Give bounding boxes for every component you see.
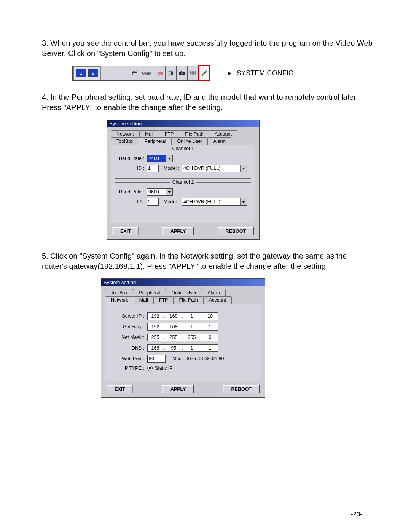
tab-network[interactable]: Network (111, 130, 140, 137)
tab-onlineuser[interactable]: Online User (171, 137, 208, 145)
ip-seg[interactable]: 1 (184, 345, 199, 351)
webport-input[interactable] (147, 355, 166, 363)
chevron-down-icon[interactable] (240, 198, 247, 205)
apply-button[interactable]: APPLY (162, 385, 194, 393)
contrast-icon[interactable] (165, 66, 176, 80)
channel2-fieldset: Channel 2 Baud Rate : 9600 ID : Model : (115, 182, 251, 212)
tab-network[interactable]: Network (105, 296, 134, 304)
exit-button[interactable]: EXIT (107, 385, 133, 393)
ip-seg[interactable]: 1 (184, 323, 199, 330)
ch2-model-label: Model : (161, 199, 179, 204)
svg-rect-7 (193, 71, 196, 73)
ip-seg[interactable]: 168 (166, 323, 181, 330)
svg-rect-5 (181, 71, 182, 72)
camera-icon[interactable] (176, 66, 187, 80)
tab-mail[interactable]: Mail (139, 130, 159, 137)
iptype-value: Static IP (155, 366, 173, 371)
gateway-input[interactable]: 192. 168. 1. 1 (147, 323, 218, 331)
ch1-model-value: 4CH DVR (FULL) (182, 165, 240, 172)
ch1-model-select[interactable]: 4CH DVR (FULL) (182, 165, 247, 172)
reboot-button[interactable]: REBOOT (218, 227, 254, 235)
monitor-2-icon[interactable]: 2 (88, 69, 98, 77)
system-config-icon[interactable] (198, 65, 210, 81)
iptype-label: IP TYPE : (112, 366, 147, 371)
tab-alarm[interactable]: Alarm (207, 137, 231, 145)
netmask-input[interactable]: 255. 255. 255. 0 (147, 334, 218, 341)
svg-rect-6 (190, 71, 193, 73)
ch1-baud-label: Baud Rate : (119, 156, 144, 161)
channel2-legend: Channel 2 (170, 179, 196, 185)
ch1-id-input[interactable] (147, 165, 159, 172)
ch2-baud-value: 9600 (147, 189, 166, 195)
monitor-1-icon[interactable]: 1 (76, 69, 86, 77)
dns-input[interactable]: 168. 95. 1. 1 (147, 344, 218, 352)
iptype-radio[interactable] (147, 366, 153, 371)
channel1-legend: Channel 1 (170, 146, 196, 151)
reboot-button[interactable]: REBOOT (223, 385, 260, 393)
svg-rect-9 (193, 73, 196, 75)
ch2-id-input[interactable] (147, 198, 159, 206)
ip-seg[interactable]: 192 (148, 323, 163, 330)
tab-ftp[interactable]: FTP (159, 130, 180, 137)
tab-ftp[interactable]: FTP (153, 296, 174, 304)
svg-rect-8 (190, 73, 193, 75)
monitor-buttons-group: 1 2 (73, 66, 101, 80)
dns-label: DNS : (112, 345, 147, 351)
tab-peripheral[interactable]: Peripheral (133, 289, 166, 296)
ip-seg[interactable]: 1 (184, 313, 199, 320)
ip-seg[interactable]: 168 (148, 345, 163, 351)
ch1-id-label: ID : (119, 166, 144, 171)
apply-button[interactable]: APPLY (162, 227, 194, 235)
system-config-label: SYSTEM CONFIG (237, 69, 294, 77)
mac-value: 00:0e:01:80:01:80 (186, 356, 224, 361)
tab-toolbox[interactable]: ToolBox (111, 137, 139, 145)
svg-point-4 (181, 72, 183, 75)
ip-seg[interactable]: 1 (202, 345, 218, 351)
high-button[interactable]: High (153, 66, 165, 80)
tab-account[interactable]: Account (209, 130, 237, 137)
ch1-model-label: Model : (161, 166, 179, 171)
step-5-text: 5. Click on "System Config" again. In th… (42, 251, 373, 272)
qvga-button[interactable]: Qvga (140, 66, 153, 80)
ip-seg[interactable]: 1 (202, 323, 218, 330)
ip-seg[interactable]: 95 (166, 345, 181, 351)
chevron-down-icon[interactable] (166, 189, 172, 195)
exit-button[interactable]: EXIT (112, 227, 139, 235)
arrow-icon (216, 73, 231, 73)
channel1-fieldset: Channel 1 Baud Rate : 2400 ID : Model : (115, 149, 251, 179)
chevron-down-icon[interactable] (166, 155, 172, 162)
tab-peripheral[interactable]: Peripheral (139, 137, 172, 145)
network-dialog: System setting ToolBox Peripheral Online… (101, 278, 265, 398)
serverip-input[interactable]: 192. 168. 1. 10 (147, 312, 218, 320)
ch2-model-select[interactable]: 4CH DVR (FULL) (182, 198, 247, 206)
tab-mail[interactable]: Mail (134, 296, 154, 304)
tab-toolbox[interactable]: ToolBox (105, 289, 133, 296)
serverip-label: Server IP : (112, 313, 147, 319)
ch2-baud-select[interactable]: 9600 (147, 188, 173, 196)
ch2-id-label: ID : (119, 199, 144, 204)
tab-alarm[interactable]: Alarm (202, 289, 226, 296)
netmask-label: Net Mask : (112, 335, 147, 340)
ip-seg[interactable]: 255 (148, 334, 163, 341)
ch2-model-value: 4CH DVR (FULL) (182, 198, 240, 205)
ip-seg[interactable]: 10 (202, 313, 218, 320)
gateway-label: Gateway : (112, 324, 147, 329)
ip-seg[interactable]: 192 (148, 313, 163, 320)
control-bar: 1 2 Qvga High (72, 66, 210, 81)
peripheral-dialog: System setting Network Mail FTP File Pat… (107, 120, 260, 240)
chevron-down-icon[interactable] (240, 165, 247, 172)
ip-seg[interactable]: 0 (202, 334, 218, 341)
dialog-title: System setting (101, 279, 265, 286)
grid-icon[interactable] (187, 66, 198, 80)
tab-account[interactable]: Account (203, 296, 232, 304)
tab-filepath[interactable]: File Path (173, 296, 203, 304)
ch2-baud-label: Baud Rate : (119, 189, 144, 195)
ch1-baud-select[interactable]: 2400 (147, 155, 173, 162)
printer-icon[interactable] (129, 66, 140, 80)
ip-seg[interactable]: 168 (166, 313, 181, 320)
dialog-title: System setting (107, 120, 259, 127)
tab-onlineuser[interactable]: Online User (166, 289, 202, 296)
ip-seg[interactable]: 255 (184, 334, 199, 341)
tab-filepath[interactable]: File Path (179, 130, 209, 137)
ip-seg[interactable]: 255 (166, 334, 181, 341)
